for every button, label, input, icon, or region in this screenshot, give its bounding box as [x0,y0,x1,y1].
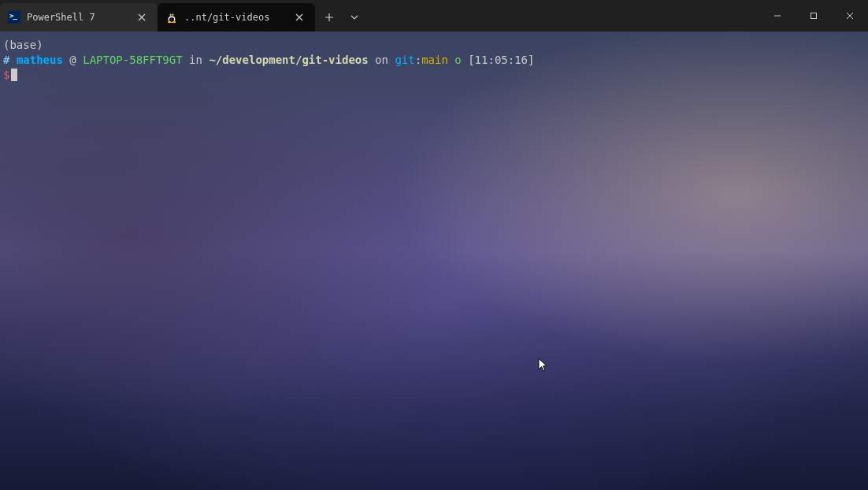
tux-icon [165,11,178,24]
terminal-viewport[interactable]: (base) # matheus @ LAPTOP-58FFT9GT in ~/… [0,32,868,490]
input-line: $ [3,68,865,83]
prompt-on: on [375,54,388,66]
prompt-user: matheus [17,54,63,66]
text-cursor [11,69,17,81]
svg-point-5 [170,15,171,16]
prompt-time: [11:05:16] [468,54,534,66]
svg-rect-10 [811,13,817,19]
tab-powershell[interactable]: PowerShell 7 [0,3,158,32]
prompt-symbol: $ [3,69,9,81]
close-window-button[interactable] [832,0,868,32]
powershell-icon [8,11,20,24]
window-controls [759,0,868,32]
svg-point-9 [172,21,176,23]
conda-env: (base) [3,39,43,51]
env-line: (base) [3,38,865,53]
prompt-in: in [189,54,202,66]
prompt-colon: : [415,54,421,66]
mouse-cursor-icon [538,358,549,377]
prompt-at: @ [69,54,76,66]
minimize-button[interactable] [759,0,796,32]
tabs-container: PowerShell 7 ..nt/g [0,0,365,32]
prompt-branch: main [421,54,448,66]
prompt-line: # matheus @ LAPTOP-58FFT9GT in ~/develop… [3,53,865,68]
prompt-hash: # [3,54,9,66]
new-tab-button[interactable] [315,3,343,32]
prompt-path: ~/development/git-videos [209,54,368,66]
svg-point-7 [171,16,173,17]
maximize-button[interactable] [796,0,832,32]
prompt-git: git [395,54,414,66]
tab-dropdown-button[interactable] [343,3,365,32]
prompt-host: LAPTOP-58FFT9GT [83,54,182,66]
tab-label: ..nt/git-videos [184,12,287,23]
prompt-clean: o [454,54,461,66]
tab-label: PowerShell 7 [27,12,129,23]
svg-point-6 [172,15,173,16]
close-tab-icon[interactable] [135,11,148,24]
titlebar: PowerShell 7 ..nt/g [0,0,868,32]
tab-git-videos[interactable]: ..nt/git-videos [158,3,315,32]
svg-point-8 [168,21,171,23]
close-tab-icon[interactable] [293,11,306,24]
